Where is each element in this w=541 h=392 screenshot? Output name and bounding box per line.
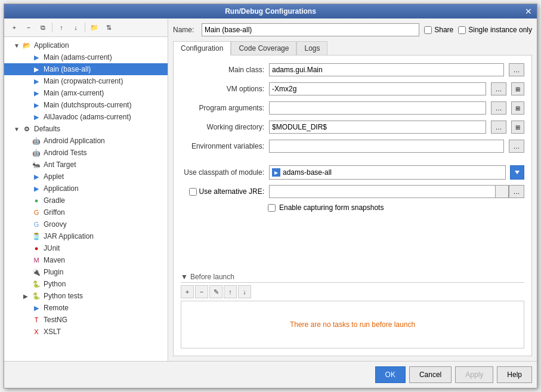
ant-icon: 🐜	[32, 160, 41, 169]
application-group[interactable]: ▼ 📂 Application	[4, 39, 168, 51]
app-run-icon: ▶	[32, 53, 41, 62]
help-button[interactable]: Help	[497, 366, 532, 383]
working-dir-input[interactable]	[269, 121, 486, 134]
tree-item-application[interactable]: ▶ Application	[4, 183, 168, 195]
tree-item-main-dutch[interactable]: ▶ Main (dutchsprouts-current)	[4, 99, 168, 111]
program-args-input[interactable]	[269, 101, 486, 115]
tree-item-gradle[interactable]: ● Gradle	[4, 195, 168, 206]
working-dir-row: Working directory: … ⊞	[181, 120, 524, 134]
tree-item-griffon[interactable]: G Griffon	[4, 206, 168, 218]
move-down-button[interactable]: ↓	[69, 21, 82, 34]
main-class-row: Main class: …	[181, 63, 524, 77]
tree-item-android-tests[interactable]: 🤖 Android Tests	[4, 147, 168, 159]
share-checkbox[interactable]	[424, 26, 432, 34]
tree-item-main-cropwatch[interactable]: ▶ Main (cropwatch-current)	[4, 75, 168, 87]
module-dropdown-button[interactable]	[510, 165, 524, 180]
python-icon: 🐍	[32, 279, 41, 289]
alt-jre-select[interactable]	[496, 185, 509, 198]
cancel-button[interactable]: Cancel	[409, 366, 452, 383]
tree-item-main-adams[interactable]: ▶ Main (adams-current)	[4, 51, 168, 63]
junit-icon: ●	[32, 243, 41, 253]
expand-icon: ▼	[14, 126, 22, 132]
before-launch-add-button[interactable]: +	[181, 285, 194, 298]
tree-item-python[interactable]: 🐍 Python	[4, 278, 168, 290]
tab-bar: Configuration Code Coverage Logs	[173, 41, 532, 55]
dropdown-arrow-icon	[515, 171, 520, 174]
env-vars-row: Environment variables: …	[181, 139, 524, 153]
before-launch-section: ▼ Before launch + − ✎ ↑ ↓ There are no t…	[181, 270, 524, 348]
tree-item-main-base[interactable]: ▶ Main (base-all)	[4, 63, 168, 75]
collapse-icon: ▼	[181, 273, 188, 281]
share-label: Share	[434, 26, 453, 34]
env-vars-input[interactable]	[269, 140, 504, 153]
vm-options-expand-button[interactable]: ⊞	[511, 82, 524, 95]
working-dir-macro-button[interactable]: ⊞	[511, 121, 524, 134]
tree-item-android-app[interactable]: 🤖 Android Application	[4, 135, 168, 147]
program-args-browse-button[interactable]: …	[491, 101, 506, 115]
single-instance-checkbox[interactable]	[458, 26, 466, 34]
program-args-expand-button[interactable]: ⊞	[511, 101, 524, 115]
title-bar: Run/Debug Configurations ✕	[4, 4, 537, 18]
before-launch-up-button[interactable]: ↑	[224, 285, 237, 298]
before-launch-title: Before launch	[190, 273, 234, 281]
folder-button[interactable]: 📁	[88, 21, 101, 34]
app-run-icon: ▶	[32, 88, 41, 98]
alt-jre-input[interactable]	[269, 185, 496, 198]
sort-button[interactable]: ⇅	[102, 21, 115, 34]
tree-item-main-amx[interactable]: ▶ Main (amx-current)	[4, 87, 168, 99]
toolbar-separator-1	[52, 23, 52, 32]
snapshots-row: Enable capturing form snapshots	[181, 203, 524, 212]
gradle-icon: ●	[32, 196, 41, 205]
app-run-icon: ▶	[32, 112, 41, 122]
tree-item-groovy[interactable]: G Groovy	[4, 218, 168, 230]
griffon-icon: G	[32, 208, 41, 217]
tree-item-xslt[interactable]: X XSLT	[4, 326, 168, 338]
tree-item-junit[interactable]: ● JUnit	[4, 242, 168, 254]
tab-logs[interactable]: Logs	[296, 41, 327, 55]
tree-item-python-tests[interactable]: ▶ 🐍 Python tests	[4, 290, 168, 302]
tree-item-maven[interactable]: M Maven	[4, 254, 168, 266]
config-tree: ▼ 📂 Application ▶ Main (adams-current) ▶…	[4, 37, 168, 361]
vm-options-browse-button[interactable]: …	[491, 82, 506, 95]
before-launch-remove-button[interactable]: −	[195, 285, 208, 298]
env-vars-label: Environment variables:	[181, 142, 264, 150]
apply-button[interactable]: Apply	[455, 366, 493, 383]
tree-item-ant-target[interactable]: 🐜 Ant Target	[4, 159, 168, 171]
tree-item-jar-app[interactable]: 🫙 JAR Application	[4, 230, 168, 242]
alt-jre-browse-button[interactable]: …	[509, 185, 524, 198]
alt-jre-row: Use alternative JRE: …	[181, 184, 524, 199]
defaults-group[interactable]: ▼ ⚙ Defaults	[4, 123, 168, 135]
toolbar-separator-2	[85, 23, 85, 32]
app-run-icon: ▶	[32, 64, 41, 74]
module-icon: ▶	[272, 168, 280, 177]
working-dir-browse-button[interactable]: …	[491, 121, 506, 134]
before-launch-down-button[interactable]: ↓	[238, 285, 251, 298]
module-select[interactable]: ▶ adams-base-all	[269, 165, 506, 180]
remove-config-button[interactable]: −	[22, 21, 35, 34]
add-config-button[interactable]: +	[8, 21, 21, 34]
program-args-label: Program arguments:	[181, 104, 264, 112]
env-vars-browse-button[interactable]: …	[509, 140, 524, 153]
name-input[interactable]	[202, 23, 419, 36]
expand-icon-python: ▶	[23, 293, 32, 300]
snapshots-checkbox[interactable]	[268, 204, 276, 212]
close-button[interactable]: ✕	[525, 7, 532, 16]
testng-icon: T	[32, 315, 41, 325]
tree-item-alljavadoc[interactable]: ▶ AllJavadoc (adams-current)	[4, 111, 168, 123]
tab-configuration[interactable]: Configuration	[173, 41, 231, 55]
tree-item-plugin[interactable]: 🔌 Plugin	[4, 266, 168, 278]
vm-options-input[interactable]	[269, 82, 486, 95]
before-launch-edit-button[interactable]: ✎	[209, 285, 222, 298]
tree-item-remote[interactable]: ▶ Remote	[4, 302, 168, 314]
application-icon: ▶	[32, 184, 41, 193]
main-class-input[interactable]	[269, 63, 504, 76]
move-up-button[interactable]: ↑	[55, 21, 68, 34]
alt-jre-checkbox[interactable]	[189, 188, 197, 196]
main-class-browse-button[interactable]: …	[509, 63, 524, 76]
tree-item-testng[interactable]: T TestNG	[4, 314, 168, 326]
before-launch-header: ▼ Before launch	[181, 273, 524, 283]
ok-button[interactable]: OK	[375, 366, 406, 383]
tab-code-coverage[interactable]: Code Coverage	[231, 41, 296, 55]
copy-config-button[interactable]: ⧉	[36, 21, 50, 34]
tree-item-applet[interactable]: ▶ Applet	[4, 171, 168, 183]
